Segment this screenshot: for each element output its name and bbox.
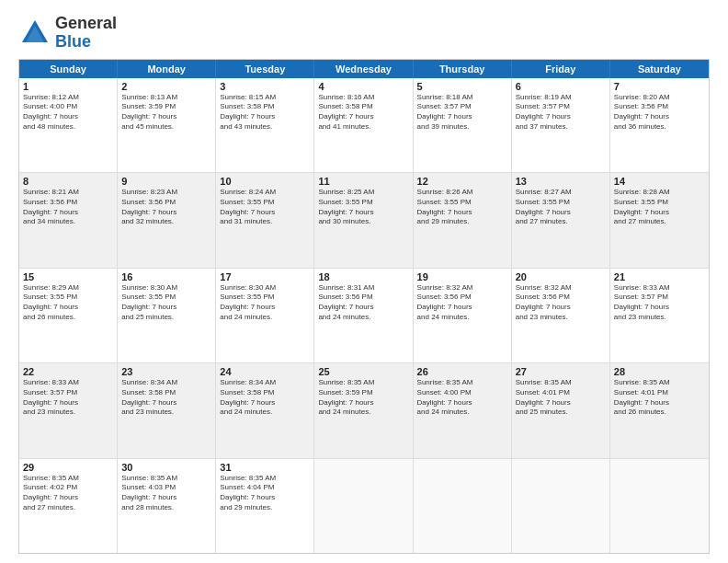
day-number: 5: [417, 81, 507, 92]
day-info: Sunrise: 8:32 AMSunset: 3:56 PMDaylight:…: [417, 283, 507, 323]
day-cell-28: 28Sunrise: 8:35 AMSunset: 4:01 PMDayligh…: [610, 363, 709, 457]
day-number: 25: [318, 366, 408, 377]
day-info: Sunrise: 8:12 AMSunset: 4:00 PMDaylight:…: [23, 93, 113, 132]
day-cell-18: 18Sunrise: 8:31 AMSunset: 3:56 PMDayligh…: [314, 269, 413, 362]
day-number: 11: [318, 176, 408, 187]
logo-line2: Blue: [55, 33, 117, 52]
day-cell-16: 16Sunrise: 8:30 AMSunset: 3:55 PMDayligh…: [118, 269, 216, 362]
day-number: 13: [516, 176, 606, 187]
day-cell-9: 9Sunrise: 8:23 AMSunset: 3:56 PMDaylight…: [118, 173, 216, 267]
day-cell-7: 7Sunrise: 8:20 AMSunset: 3:56 PMDaylight…: [610, 78, 709, 172]
empty-cell: [610, 459, 709, 553]
day-number: 21: [614, 271, 705, 282]
day-number: 27: [516, 366, 606, 377]
day-cell-17: 17Sunrise: 8:30 AMSunset: 3:55 PMDayligh…: [216, 269, 314, 362]
day-cell-30: 30Sunrise: 8:35 AMSunset: 4:03 PMDayligh…: [118, 459, 216, 553]
header-day-wednesday: Wednesday: [314, 60, 413, 78]
day-number: 30: [121, 462, 211, 473]
day-cell-31: 31Sunrise: 8:35 AMSunset: 4:04 PMDayligh…: [216, 459, 314, 553]
day-info: Sunrise: 8:34 AMSunset: 3:58 PMDaylight:…: [220, 378, 310, 418]
empty-cell: [314, 459, 413, 553]
week-row-3: 15Sunrise: 8:29 AMSunset: 3:55 PMDayligh…: [19, 269, 709, 363]
header-day-thursday: Thursday: [414, 60, 512, 78]
day-info: Sunrise: 8:32 AMSunset: 3:56 PMDaylight:…: [516, 283, 606, 323]
day-number: 10: [220, 176, 310, 187]
header: General Blue: [18, 15, 710, 52]
header-day-monday: Monday: [118, 60, 216, 78]
day-number: 31: [220, 462, 310, 473]
day-number: 28: [614, 366, 705, 377]
day-cell-8: 8Sunrise: 8:21 AMSunset: 3:56 PMDaylight…: [19, 173, 118, 267]
header-day-friday: Friday: [512, 60, 610, 78]
day-info: Sunrise: 8:24 AMSunset: 3:55 PMDaylight:…: [220, 188, 310, 227]
day-cell-1: 1Sunrise: 8:12 AMSunset: 4:00 PMDaylight…: [19, 78, 118, 172]
day-info: Sunrise: 8:29 AMSunset: 3:55 PMDaylight:…: [23, 283, 113, 323]
day-number: 8: [23, 176, 113, 187]
day-cell-10: 10Sunrise: 8:24 AMSunset: 3:55 PMDayligh…: [216, 173, 314, 267]
day-info: Sunrise: 8:35 AMSunset: 4:01 PMDaylight:…: [516, 378, 606, 418]
day-info: Sunrise: 8:13 AMSunset: 3:59 PMDaylight:…: [121, 93, 211, 132]
day-info: Sunrise: 8:31 AMSunset: 3:56 PMDaylight:…: [318, 283, 408, 323]
day-cell-20: 20Sunrise: 8:32 AMSunset: 3:56 PMDayligh…: [512, 269, 610, 362]
day-info: Sunrise: 8:35 AMSunset: 4:03 PMDaylight:…: [121, 474, 211, 513]
day-info: Sunrise: 8:28 AMSunset: 3:55 PMDaylight:…: [614, 188, 705, 227]
day-info: Sunrise: 8:18 AMSunset: 3:57 PMDaylight:…: [417, 93, 507, 132]
logo-line1: General: [55, 15, 117, 33]
calendar-body: 1Sunrise: 8:12 AMSunset: 4:00 PMDaylight…: [19, 78, 709, 553]
day-number: 18: [318, 271, 408, 282]
day-cell-11: 11Sunrise: 8:25 AMSunset: 3:55 PMDayligh…: [314, 173, 413, 267]
day-info: Sunrise: 8:35 AMSunset: 3:59 PMDaylight:…: [318, 378, 408, 418]
day-number: 7: [614, 81, 705, 92]
day-info: Sunrise: 8:15 AMSunset: 3:58 PMDaylight:…: [220, 93, 310, 132]
day-number: 19: [417, 271, 507, 282]
day-number: 23: [121, 366, 211, 377]
day-cell-15: 15Sunrise: 8:29 AMSunset: 3:55 PMDayligh…: [19, 269, 118, 362]
day-cell-2: 2Sunrise: 8:13 AMSunset: 3:59 PMDaylight…: [118, 78, 216, 172]
day-number: 24: [220, 366, 310, 377]
day-cell-5: 5Sunrise: 8:18 AMSunset: 3:57 PMDaylight…: [414, 78, 512, 172]
header-day-sunday: Sunday: [19, 60, 118, 78]
day-number: 3: [220, 81, 310, 92]
day-info: Sunrise: 8:35 AMSunset: 4:02 PMDaylight:…: [23, 474, 113, 513]
day-info: Sunrise: 8:16 AMSunset: 3:58 PMDaylight:…: [318, 93, 408, 132]
calendar-header: SundayMondayTuesdayWednesdayThursdayFrid…: [19, 60, 709, 78]
day-info: Sunrise: 8:25 AMSunset: 3:55 PMDaylight:…: [318, 188, 408, 227]
header-day-saturday: Saturday: [610, 60, 709, 78]
empty-cell: [512, 459, 610, 553]
day-cell-27: 27Sunrise: 8:35 AMSunset: 4:01 PMDayligh…: [512, 363, 610, 457]
week-row-5: 29Sunrise: 8:35 AMSunset: 4:02 PMDayligh…: [19, 459, 709, 553]
day-info: Sunrise: 8:33 AMSunset: 3:57 PMDaylight:…: [614, 283, 705, 323]
day-info: Sunrise: 8:30 AMSunset: 3:55 PMDaylight:…: [121, 283, 211, 323]
day-info: Sunrise: 8:35 AMSunset: 4:04 PMDaylight:…: [220, 474, 310, 513]
day-cell-3: 3Sunrise: 8:15 AMSunset: 3:58 PMDaylight…: [216, 78, 314, 172]
day-cell-21: 21Sunrise: 8:33 AMSunset: 3:57 PMDayligh…: [610, 269, 709, 362]
day-info: Sunrise: 8:19 AMSunset: 3:57 PMDaylight:…: [516, 93, 606, 132]
day-number: 14: [614, 176, 705, 187]
day-cell-22: 22Sunrise: 8:33 AMSunset: 3:57 PMDayligh…: [19, 363, 118, 457]
day-cell-26: 26Sunrise: 8:35 AMSunset: 4:00 PMDayligh…: [414, 363, 512, 457]
week-row-4: 22Sunrise: 8:33 AMSunset: 3:57 PMDayligh…: [19, 363, 709, 458]
day-info: Sunrise: 8:23 AMSunset: 3:56 PMDaylight:…: [121, 188, 211, 227]
day-number: 1: [23, 81, 113, 92]
day-number: 2: [121, 81, 211, 92]
calendar: SundayMondayTuesdayWednesdayThursdayFrid…: [18, 59, 710, 554]
day-number: 16: [121, 271, 211, 282]
week-row-1: 1Sunrise: 8:12 AMSunset: 4:00 PMDaylight…: [19, 78, 709, 173]
day-info: Sunrise: 8:27 AMSunset: 3:55 PMDaylight:…: [516, 188, 606, 227]
day-number: 22: [23, 366, 113, 377]
day-info: Sunrise: 8:35 AMSunset: 4:00 PMDaylight:…: [417, 378, 507, 418]
day-cell-13: 13Sunrise: 8:27 AMSunset: 3:55 PMDayligh…: [512, 173, 610, 267]
day-number: 29: [23, 462, 113, 473]
day-cell-25: 25Sunrise: 8:35 AMSunset: 3:59 PMDayligh…: [314, 363, 413, 457]
day-info: Sunrise: 8:21 AMSunset: 3:56 PMDaylight:…: [23, 188, 113, 227]
day-number: 17: [220, 271, 310, 282]
day-number: 15: [23, 271, 113, 282]
day-info: Sunrise: 8:20 AMSunset: 3:56 PMDaylight:…: [614, 93, 705, 132]
day-info: Sunrise: 8:26 AMSunset: 3:55 PMDaylight:…: [417, 188, 507, 227]
day-cell-6: 6Sunrise: 8:19 AMSunset: 3:57 PMDaylight…: [512, 78, 610, 172]
day-info: Sunrise: 8:33 AMSunset: 3:57 PMDaylight:…: [23, 378, 113, 418]
empty-cell: [414, 459, 512, 553]
day-number: 9: [121, 176, 211, 187]
day-number: 6: [516, 81, 606, 92]
day-cell-24: 24Sunrise: 8:34 AMSunset: 3:58 PMDayligh…: [216, 363, 314, 457]
